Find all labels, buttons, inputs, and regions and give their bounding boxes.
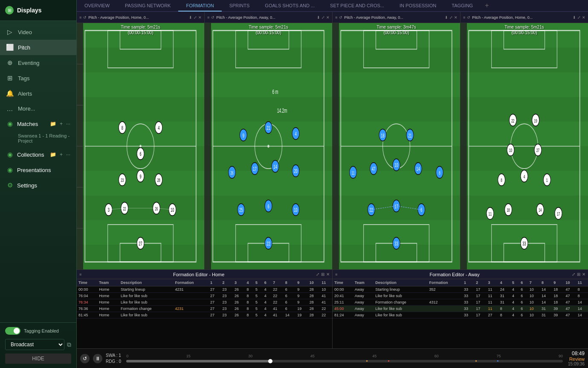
collections-add-icon[interactable]: + <box>60 152 63 158</box>
away-table-row: 25:11AwayFormation change431233171131461… <box>333 299 588 306</box>
hide-button[interactable]: HIDE <box>5 353 71 364</box>
panel-2-download-icon[interactable]: ⬇ <box>317 15 320 20</box>
row-val-11: 22 <box>320 312 332 318</box>
matches-folder-icon[interactable]: 📁 <box>50 121 56 127</box>
row-val-11: 41 <box>320 293 332 299</box>
panel-3-refresh-icon[interactable]: ↺ <box>339 15 342 20</box>
sidebar-item-video[interactable]: ▷ Video <box>0 24 76 40</box>
panel-1-download-icon[interactable]: ⬇ <box>189 15 192 20</box>
tagging-toggle[interactable] <box>5 327 20 335</box>
timeline-controls: ↺ ⏸ SWA : 1 RDG : 0 <box>80 353 126 365</box>
row-formation: 4231 <box>174 306 209 312</box>
tab-in-possession[interactable]: IN POSSESSION <box>392 0 444 12</box>
svg-text:11: 11 <box>489 211 492 216</box>
panel-2-refresh-icon[interactable]: ↺ <box>211 15 214 20</box>
col-4: 4 <box>245 279 254 286</box>
panel-4-download-icon[interactable]: ⬇ <box>573 15 576 20</box>
pitch-panel-4: ≡ ↺ Pitch - Average Position, Home, 0...… <box>461 12 588 269</box>
panel-3-download-icon[interactable]: ⬇ <box>445 15 448 20</box>
panel-2-close-icon[interactable]: ✕ <box>326 15 330 20</box>
panel-3-menu-icon[interactable]: ≡ <box>335 15 337 20</box>
tab-passing-network[interactable]: PASSING NETWORK <box>117 0 178 12</box>
formation-table-away: ≡ Formation Editor - Away ⤢ ⊞ ✕ Time Tea… <box>333 270 588 348</box>
row-formation <box>427 293 462 299</box>
tab-goals-shots[interactable]: GOALS SHOTS AND ... <box>257 0 322 12</box>
sidebar-item-pitch[interactable]: ⬜ Pitch <box>0 40 76 55</box>
sidebar-title: Displays <box>17 7 42 14</box>
panel-4-refresh-icon[interactable]: ↺ <box>467 15 470 20</box>
panel-1-expand-icon[interactable]: ⤢ <box>194 15 197 20</box>
panel-4-time-sample: Time sample: 5m21s(00:00-15:00) <box>504 24 544 35</box>
row-val-4: 8 <box>245 306 254 312</box>
panel-2-expand-icon[interactable]: ⤢ <box>322 15 325 20</box>
tab-set-piece[interactable]: SET PIECE AND CROS... <box>322 0 392 12</box>
rewind-button[interactable]: ↺ <box>80 354 90 363</box>
timeline-progress <box>126 360 270 362</box>
tl-event-marker-1 <box>366 360 368 362</box>
timeline-handle[interactable] <box>268 359 272 363</box>
sidebar-label-settings: Settings <box>17 182 70 189</box>
away-table-close-icon[interactable]: ✕ <box>582 272 585 277</box>
sidebar: ⊞ Displays ▷ Video ⬜ Pitch ⊕ Eventing ⊞ … <box>0 0 77 368</box>
panel-2-menu-icon[interactable]: ≡ <box>207 15 209 20</box>
panel-1-close-icon[interactable]: ✕ <box>198 15 202 20</box>
tab-add-button[interactable]: + <box>481 2 493 9</box>
row-val-9: 39 <box>552 306 564 312</box>
sidebar-presentations-group[interactable]: ◉ Presentations <box>0 162 76 178</box>
sidebar-item-eventing[interactable]: ⊕ Eventing <box>0 55 76 70</box>
tl-marker-45b: 45 <box>372 354 377 358</box>
panel-3-close-icon[interactable]: ✕ <box>454 15 458 20</box>
sidebar-settings-group[interactable]: ⚙ Settings <box>0 178 76 193</box>
row-desc: Starting lineup <box>374 286 427 293</box>
home-table-row: 76:36HomeFormation change423127232685441… <box>77 306 332 312</box>
col-time: Time <box>333 279 353 286</box>
tab-formation[interactable]: FORMATION <box>178 0 221 12</box>
sidebar-label-eventing: Eventing <box>18 60 70 66</box>
tab-tagging[interactable]: TAGGING <box>444 0 481 12</box>
matches-more-icon[interactable]: ··· <box>66 121 70 127</box>
sidebar-item-tags[interactable]: ⊞ Tags <box>0 70 76 86</box>
panel-1-refresh-icon[interactable]: ↺ <box>83 15 87 20</box>
panel-3-expand-icon[interactable]: ⤢ <box>449 15 453 20</box>
home-table-pin-icon[interactable]: ⊞ <box>321 272 324 277</box>
timeline-track[interactable]: 0 15 30 45 45 60 75 90 <box>126 349 563 368</box>
row-val-8: 31 <box>540 306 552 312</box>
svg-rect-98 <box>333 23 339 269</box>
svg-text:10: 10 <box>394 163 398 168</box>
sidebar-collections-group[interactable]: ◉ Collections 📁 + ··· <box>0 147 76 162</box>
broadcast-external-icon[interactable]: ⧉ <box>67 341 71 348</box>
row-val-5: 4 <box>510 312 519 318</box>
away-table-expand-icon[interactable]: ⤢ <box>572 272 575 277</box>
row-val-7: 10 <box>528 299 540 306</box>
col-desc: Description <box>374 279 427 286</box>
row-val-10: 28 <box>308 312 320 318</box>
tagging-toggle-row: Tagging Enabled <box>5 327 71 335</box>
panel-4-menu-icon[interactable]: ≡ <box>463 15 465 20</box>
home-table-expand-icon[interactable]: ⤢ <box>316 272 319 277</box>
score-home: SWA : 1 <box>106 353 121 359</box>
tab-overview[interactable]: OVERVIEW <box>77 0 117 12</box>
broadcast-select[interactable]: Broadcast <box>5 339 64 350</box>
away-table-row: 20:41AwayLike for like sub33171131461014… <box>333 293 588 299</box>
tab-sprints[interactable]: SPRINTS <box>222 0 258 12</box>
play-pause-button[interactable]: ⏸ <box>93 354 102 363</box>
row-val-7: 10 <box>528 312 540 318</box>
collections-more-icon[interactable]: ··· <box>66 152 70 158</box>
svg-rect-88 <box>333 122 460 146</box>
svg-rect-50 <box>205 171 332 196</box>
col-9: 9 <box>295 279 308 286</box>
sidebar-item-more[interactable]: … More... <box>0 101 76 116</box>
away-table-pin-icon[interactable]: ⊞ <box>577 272 580 277</box>
sidebar-matches-group[interactable]: ◉ Matches 📁 + ··· <box>0 116 76 131</box>
panel-4-expand-icon[interactable]: ⤢ <box>577 15 581 20</box>
svg-text:26: 26 <box>155 206 158 211</box>
sidebar-item-alerts[interactable]: 🔔 Alerts <box>0 86 76 101</box>
collections-folder-icon[interactable]: 📁 <box>50 152 56 158</box>
matches-add-icon[interactable]: + <box>60 121 63 127</box>
panel-1-menu-icon[interactable]: ≡ <box>79 15 81 20</box>
svg-rect-60 <box>205 23 211 269</box>
home-table-close-icon[interactable]: ✕ <box>326 272 330 277</box>
svg-text:21: 21 <box>266 125 270 131</box>
panel-4-close-icon[interactable]: ✕ <box>582 15 585 20</box>
sidebar-label-matches: Matches <box>17 121 46 127</box>
